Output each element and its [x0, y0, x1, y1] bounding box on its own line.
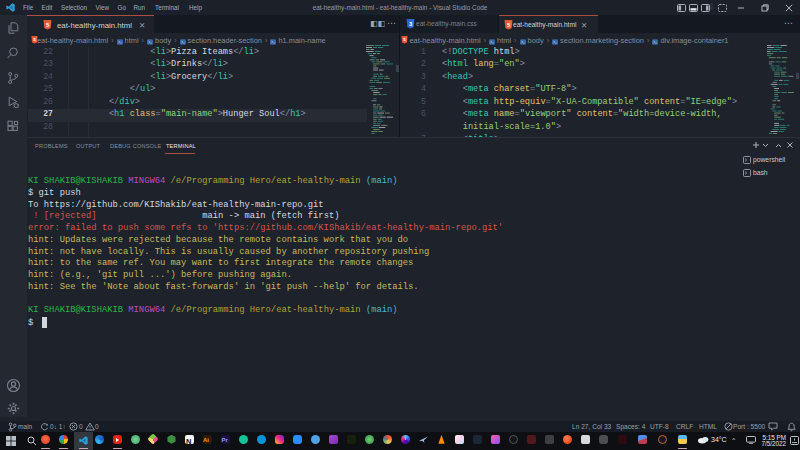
svg-text:3: 3 — [409, 21, 412, 27]
svg-text:5: 5 — [507, 22, 510, 28]
svg-text:5: 5 — [46, 22, 49, 28]
